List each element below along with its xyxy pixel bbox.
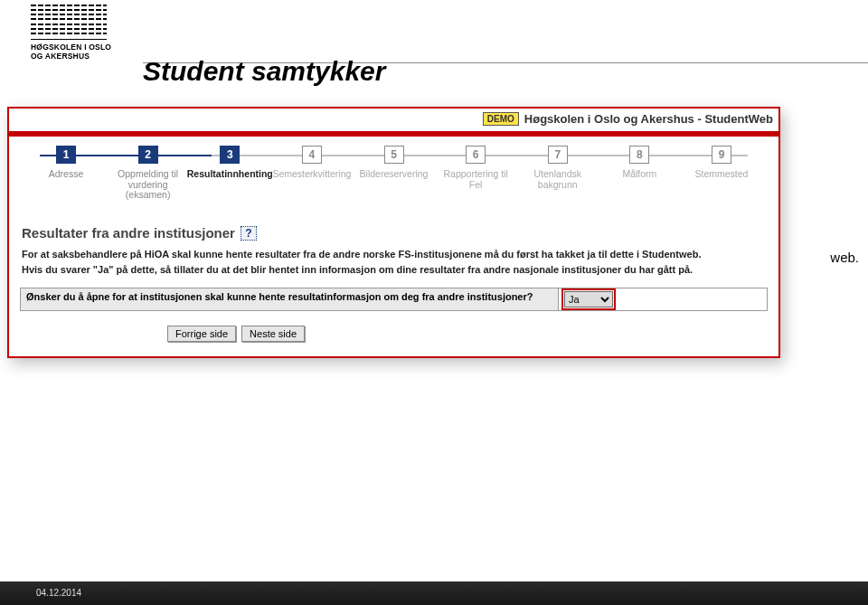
info-text: For at saksbehandlere på HiOA skal kunne… xyxy=(9,248,778,277)
logo-graphic xyxy=(31,4,107,40)
step-label: Oppmelding til vurdering (eksamen) xyxy=(109,169,187,201)
step-number: 6 xyxy=(466,146,486,164)
next-page-button[interactable]: Neste side xyxy=(241,326,305,342)
step-number: 2 xyxy=(138,146,158,164)
overlay-header: DEMO Høgskolen i Oslo og Akershus - Stud… xyxy=(9,109,778,128)
studentweb-overlay: DEMO Høgskolen i Oslo og Akershus - Stud… xyxy=(7,107,780,358)
step-7[interactable]: 7Utenlandsk bakgrunn xyxy=(519,146,597,201)
background-fragment-text: web. xyxy=(830,250,859,265)
consent-question-row: Ønsker du å åpne for at institusjonen sk… xyxy=(20,288,768,311)
step-number: 3 xyxy=(220,146,240,164)
step-9[interactable]: 9Stemmested xyxy=(683,146,760,201)
help-icon[interactable]: ? xyxy=(241,226,257,241)
nav-buttons: Forrige side Neste side xyxy=(167,326,778,342)
consent-question-text: Ønsker du å åpne for at institusjonen sk… xyxy=(21,288,559,310)
consent-select-highlight: Ja xyxy=(561,288,616,310)
consent-answer-cell: Ja xyxy=(559,288,767,310)
step-number: 8 xyxy=(629,146,649,164)
brand-band xyxy=(9,131,778,137)
step-label: Målform xyxy=(622,169,656,180)
step-number: 5 xyxy=(384,146,404,164)
institution-logo: HØGSKOLEN I OSLO OG AKERSHUS xyxy=(31,4,112,61)
info-line-1: For at saksbehandlere på HiOA skal kunne… xyxy=(22,248,766,261)
demo-badge: DEMO xyxy=(483,112,519,126)
step-5[interactable]: 5Bildereservering xyxy=(355,146,433,201)
step-label: Resultatinnhenting xyxy=(187,169,273,180)
step-3[interactable]: 3Resultatinnhenting xyxy=(191,146,269,201)
step-2[interactable]: 2Oppmelding til vurdering (eksamen) xyxy=(109,146,187,201)
slide-footer: 04.12.2014 xyxy=(0,581,868,605)
info-line-2: Hvis du svarer "Ja" på dette, så tillate… xyxy=(22,263,766,277)
step-number: 1 xyxy=(56,146,76,164)
step-6[interactable]: 6Rapportering til Fel xyxy=(437,146,514,201)
step-number: 9 xyxy=(712,146,731,164)
step-label: Rapportering til Fel xyxy=(437,169,514,190)
section-title-row: Resultater fra andre institusjoner ? xyxy=(22,225,778,241)
app-title: Høgskolen i Oslo og Akershus - StudentWe… xyxy=(524,112,773,126)
step-1[interactable]: 1Adresse xyxy=(27,146,105,201)
step-8[interactable]: 8Målform xyxy=(600,146,678,201)
step-label: Semesterkvittering xyxy=(272,169,351,180)
prev-page-button[interactable]: Forrige side xyxy=(167,326,236,342)
step-label: Utenlandsk bakgrunn xyxy=(519,169,597,190)
consent-select[interactable]: Ja xyxy=(564,291,613,307)
step-number: 4 xyxy=(302,146,322,164)
step-label: Bildereservering xyxy=(360,169,429,180)
step-number: 7 xyxy=(548,146,568,164)
step-label: Stemmested xyxy=(695,169,749,180)
logo-text: HØGSKOLEN I OSLO OG AKERSHUS xyxy=(31,43,112,61)
footer-date: 04.12.2014 xyxy=(0,581,868,598)
page-title: Student samtykker xyxy=(143,56,385,87)
step-label: Adresse xyxy=(49,169,84,180)
step-4[interactable]: 4Semesterkvittering xyxy=(273,146,351,201)
stepper: 1Adresse2Oppmelding til vurdering (eksam… xyxy=(9,146,778,198)
section-title: Resultater fra andre institusjoner xyxy=(22,225,235,241)
